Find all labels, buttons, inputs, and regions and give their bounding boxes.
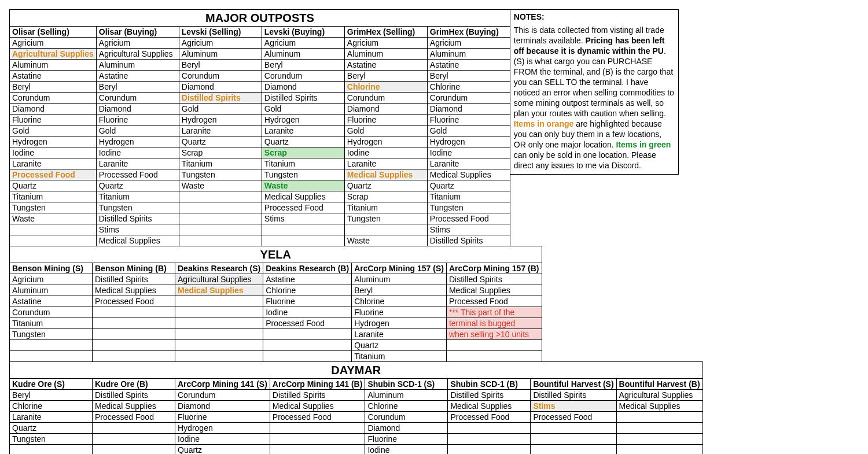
- notes-heading: NOTES:: [510, 10, 678, 24]
- table-row: StimsStims: [10, 224, 510, 235]
- cell: Processed Food: [96, 169, 179, 180]
- cell: Distilled Spirits: [270, 390, 365, 401]
- cell: Agricultural Supplies: [175, 274, 263, 285]
- cell: Quartz: [427, 180, 510, 191]
- column-header: Deakins Research (B): [263, 263, 352, 274]
- column-header: Deakins Research (S): [175, 263, 263, 274]
- cell: Diamond: [262, 82, 344, 93]
- cell: Gold: [427, 126, 510, 136]
- table-row: TitaniumTitaniumMedical SuppliesScrapTit…: [10, 191, 510, 202]
- cell: [10, 445, 93, 455]
- table-row: AgriciumDistilled SpiritsAgricultural Su…: [10, 274, 542, 285]
- daymar-table: DAYMARKudre Ore (S)Kudre Ore (B)ArcCorp …: [9, 361, 703, 454]
- cell: Hydrogen: [352, 318, 447, 329]
- cell: Astatine: [263, 274, 352, 285]
- cell: Chlorine: [10, 401, 93, 412]
- cell: [93, 445, 175, 455]
- table-row: Agricultural SuppliesAgricultural Suppli…: [10, 49, 510, 60]
- cell: Chlorine: [352, 296, 447, 307]
- cell: Hydrogen: [10, 136, 97, 147]
- cell: [175, 307, 263, 318]
- cell: Agricium: [10, 38, 97, 49]
- table-row: Titanium: [10, 351, 542, 362]
- cell: Hydrogen: [175, 423, 270, 434]
- cell: Hydrogen: [262, 115, 344, 126]
- cell: Aluminum: [10, 285, 93, 296]
- cell: Beryl: [427, 71, 510, 82]
- cell: [93, 423, 175, 434]
- table-row: LaraniteLaraniteTitaniumTitaniumLaranite…: [10, 158, 510, 169]
- cell: Medical Supplies: [262, 191, 344, 202]
- cell: Quartz: [96, 180, 179, 191]
- cell: Astatine: [344, 60, 427, 71]
- cell: Agricium: [344, 38, 427, 49]
- cell: Processed Food: [263, 318, 352, 329]
- cell: [262, 235, 344, 246]
- column-header: Shubin SCD-1 (B): [448, 379, 531, 390]
- table-row: AstatineProcessed FoodFluorineChlorinePr…: [10, 296, 542, 307]
- cell: Chlorine: [365, 401, 448, 412]
- cell: Hydrogen: [179, 115, 262, 126]
- column-header: Shubin SCD-1 (S): [365, 379, 448, 390]
- table-row: BerylDistilled SpiritsCorundumDistilled …: [10, 390, 703, 401]
- section-title: DAYMAR: [10, 362, 703, 379]
- cell: Gold: [96, 126, 179, 136]
- cell: Quartz: [179, 136, 262, 147]
- cell: [93, 307, 175, 318]
- cell: Agricultural Supplies: [616, 390, 703, 401]
- cell: Titanium: [179, 158, 262, 169]
- cell: *** This part of the: [446, 307, 542, 318]
- cell: Agricium: [179, 38, 262, 49]
- cell: Astatine: [96, 71, 179, 82]
- cell: Tungsten: [96, 202, 179, 213]
- table-row: WasteDistilled SpiritsStimsTungstenProce…: [10, 213, 510, 224]
- cell: Medical Supplies: [270, 401, 365, 412]
- column-header: ArcCorp Mining 141 (B): [270, 379, 365, 390]
- cell: Fluorine: [344, 115, 427, 126]
- cell: Gold: [262, 104, 344, 115]
- cell: Quartz: [262, 136, 344, 147]
- table-row: TitaniumProcessed FoodHydrogenterminal i…: [10, 318, 542, 329]
- cell: Aluminum: [10, 60, 97, 71]
- cell: Tungsten: [262, 169, 344, 180]
- cell: Hydrogen: [96, 136, 179, 147]
- cell: Beryl: [10, 82, 97, 93]
- cell: Diamond: [427, 104, 510, 115]
- yela-table: YELABenson Mining (S)Benson Mining (B)De…: [9, 246, 542, 362]
- cell: Distilled Spirits: [262, 93, 344, 104]
- cell: [10, 340, 93, 351]
- cell: [93, 340, 175, 351]
- cell: terminal is bugged: [446, 318, 542, 329]
- cell: Titanium: [10, 191, 97, 202]
- cell: Scrap: [262, 147, 344, 158]
- cell: Processed Food: [448, 412, 531, 423]
- cell: Processed Food: [262, 202, 344, 213]
- cell: [179, 191, 262, 202]
- cell: Beryl: [96, 82, 179, 93]
- cell: Waste: [10, 213, 97, 224]
- table-row: Processed FoodProcessed FoodTungstenTung…: [10, 169, 510, 180]
- cell: Iodine: [427, 147, 510, 158]
- cell: Iodine: [365, 445, 448, 455]
- cell: Hydrogen: [427, 136, 510, 147]
- cell: Chlorine: [263, 285, 352, 296]
- table-row: AluminumMedical SuppliesMedical Supplies…: [10, 285, 542, 296]
- cell: [531, 434, 616, 445]
- cell: Stims: [262, 213, 344, 224]
- column-header: Olisar (Selling): [10, 27, 97, 38]
- column-header: Benson Mining (S): [10, 263, 93, 274]
- column-header: ArcCorp Mining 141 (S): [175, 379, 270, 390]
- major-outposts-table: MAJOR OUTPOSTSOlisar (Selling)Olisar (Bu…: [9, 9, 510, 246]
- table-row: GoldGoldLaraniteLaraniteGoldGold: [10, 126, 510, 136]
- column-header: GrimHex (Buying): [427, 27, 510, 38]
- cell: Aluminum: [179, 49, 262, 60]
- cell: Processed Food: [270, 412, 365, 423]
- cell: Gold: [179, 104, 262, 115]
- cell: Beryl: [262, 60, 344, 71]
- cell: [270, 434, 365, 445]
- cell: Iodine: [10, 147, 97, 158]
- cell: Processed Food: [93, 296, 175, 307]
- cell: [10, 351, 93, 362]
- cell: [616, 434, 703, 445]
- cell: Hydrogen: [344, 136, 427, 147]
